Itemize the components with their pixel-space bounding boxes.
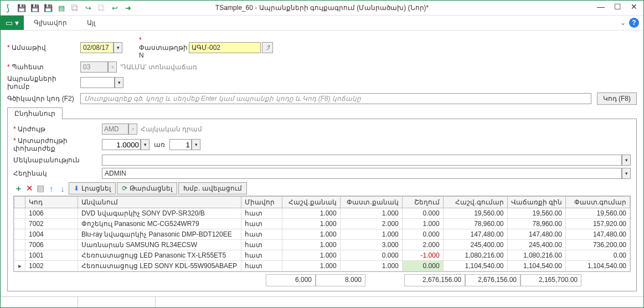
save-new-icon[interactable]: 💾 [42,2,55,14]
author-field[interactable]: ADMIN [102,168,622,179]
col-fact-qty[interactable]: Փաստ.քանակ [340,197,402,208]
currency-dropdown-button: ▾ [128,124,137,135]
store-desc: 'ԴԱԼՄԱ' տոնավաճառ [120,63,197,71]
table-row[interactable]: 1006 DVD նվագարկիչ SONY DVP-SR320/B հատ … [14,208,630,219]
col-name[interactable]: Անվանում [78,197,241,208]
menu-file-icon[interactable]: ▭ ▾ [1,16,24,30]
refresh-label: Թարմացնել [130,184,172,192]
col-unit[interactable]: Միավոր [241,197,282,208]
rate-dropdown-button[interactable]: ▾ [141,139,150,150]
import-icon[interactable]: ↩ [108,2,121,14]
total-acct-qty: 6.000 [266,274,316,286]
tab-general-label: Ընդհանուր [14,110,55,117]
menu-main[interactable]: Գլխավոր [24,16,77,30]
col-price[interactable]: Վաճառքի գին [507,197,565,208]
col-fact-sum[interactable]: Փաստ.գումար [565,197,630,208]
total-acct-sum: 2,676,156.00 [404,274,465,286]
barcode-label: Գծիկավոր կոդ (F2) [7,95,80,102]
store-label: Պահեստ [7,63,80,71]
table-row[interactable]: 7002 Փոշեկուլ Panasonic MC-CG524WR79 հատ… [14,219,630,229]
date-field[interactable]: 02/08/17 [80,42,114,53]
table-row[interactable]: 7006 Սառնարան SAMSUNG RL34ECSW հատ 1.000… [14,240,630,250]
comment-field[interactable] [102,155,622,166]
move-down-icon[interactable]: ↓ [58,183,68,193]
close-button[interactable]: ✕ [626,1,642,13]
currency-label: Արժույթ [13,125,102,133]
fill-button[interactable]: ⬇ Լրացնել [69,182,116,194]
table-row[interactable]: 1001 Հեռուստացույց LED Panasonic TX-LR55… [14,250,630,261]
tab-general[interactable]: Ընդհանուր [7,107,63,119]
move-up-icon[interactable]: ↑ [47,183,56,193]
store-field: 03 [80,61,108,73]
refresh-button[interactable]: ⟳ Թարմացնել [117,182,177,194]
grid-totals: 6.000 8.000 2,676,156.00 2,676,156.00 2,… [13,274,631,286]
comment-label: Մեկնաբանություն [13,156,102,164]
col-acct-sum[interactable]: Հաշվ.գումար [443,197,507,208]
group-label: Ապրանքների խումբ [7,75,80,90]
kod-button-label: Կոդ (F8) [603,95,631,102]
maximize-button[interactable]: ☐ [609,1,626,13]
minimize-button[interactable]: — [593,1,609,13]
grid[interactable]: Կոդ Անվանում Միավոր Հաշվ.քանակ Փաստ.քանա… [13,196,631,272]
export-icon[interactable]: ↪ [81,2,95,14]
menu-bar: ▭ ▾ Գլխավոր Այլ ⌄ ? [1,15,643,30]
currency-value: AMD [104,125,119,133]
rate-label: Արտարժույթի փոխարժեք [13,137,102,152]
total-fact-qty: 8.000 [316,274,365,286]
grid-header-row: Կոդ Անվանում Միավոր Հաշվ.քանակ Փաստ.քանա… [14,197,630,208]
store-dropdown-button: ▾ [108,61,117,73]
refresh-icon: ⟳ [122,184,127,192]
grid-toolbar: ＋ ✕ ▤ ↑ ↓ ⬇ Լրացնել ⟳ Թարմացնել Խմբ. ավե… [13,182,631,194]
recalc-label: Խմբ. ավելացում [183,184,242,192]
copy-icon[interactable]: ⿻ [68,2,81,14]
date-dropdown-button[interactable]: ▾ [114,42,122,53]
table-row[interactable]: 1004 Blu-ray նվագարկիչ Panasonic DMP-BDT… [14,229,630,240]
doc-icon[interactable]: ▤ [55,2,68,14]
col-code[interactable]: Կոդ [25,197,78,208]
app-logo-icon: ⟆ [1,1,15,15]
col-acct-qty[interactable]: Հաշվ.քանակ [282,197,340,208]
statusbar-cell-1 [1,297,78,307]
fill-label: Լրացնել [81,184,111,192]
tabs: Ընդհանուր [7,107,637,119]
barcode-placeholder: Մուտքագրեք գծ. կոդը և սեղմեք Enter կամ ա… [84,95,361,102]
author-dropdown-button[interactable]: ▾ [622,168,631,179]
app-window: ⟆ 💾 💾 💾 ▤ ⿻ ↪ ⿻ ↩ ➜ TSample_60 - Ապրանքն… [0,0,644,308]
author-label: Հեղինակ [13,170,102,177]
rate-field[interactable] [102,139,141,150]
paste-icon[interactable]: ⿻ [95,2,108,14]
currency-field: AMD [102,124,128,135]
recalc-button[interactable]: Խմբ. ավելացում [178,182,247,194]
table-row[interactable]: ▸ 1002 Հեռուստացույց LED SONY KDL-55W905… [14,261,630,271]
delete-row-icon[interactable]: ✕ [24,183,34,193]
barcode-input[interactable]: Մուտքագրեք գծ. կոդը և սեղմեք Enter կամ ա… [80,93,591,104]
total-fact-sum: 2,165,700.00 [521,274,581,286]
docn-lookup-button[interactable]: ℐ [262,42,273,53]
docn-field[interactable]: ԱԳՄ-002 [189,42,261,53]
title-bar: ⟆ 💾 💾 💾 ▤ ⿻ ↪ ⿻ ↩ ➜ TSample_60 - Ապրանքն… [1,1,643,15]
total-price: 2,676,156.00 [465,274,521,286]
rate-to-field[interactable] [169,139,192,150]
group-field[interactable] [80,77,115,88]
col-diff[interactable]: Շեղում [402,197,443,208]
edit-row-icon[interactable]: ▤ [35,183,45,193]
menu-other[interactable]: Այլ [77,16,105,30]
chevron-down-icon[interactable]: ⌄ [620,19,626,27]
save-close-icon[interactable]: 💾 [28,2,42,14]
docn-label: Փաստաթղթի N [139,36,189,59]
group-dropdown-button[interactable]: ▾ [115,77,123,88]
store-value: 03 [83,63,90,71]
kod-button[interactable]: Կոդ (F8) [597,93,637,105]
send-icon[interactable]: ➜ [121,2,135,14]
docn-value: ԱԳՄ-002 [192,44,220,52]
statusbar-cell-2 [78,297,156,307]
form-area: Ամսաթիվ 02/08/17 ▾ Փաստաթղթի N ԱԳՄ-002 ℐ… [1,30,643,294]
comment-dropdown-button[interactable]: ▾ [622,155,631,166]
date-value: 02/08/17 [83,44,109,52]
save-icon[interactable]: 💾 [15,2,28,14]
currency-desc: Հայկական դրամ [141,125,202,133]
general-panel: Արժույթ AMD ▾ Հայկական դրամ Արտարժույթի … [7,119,637,291]
help-icon[interactable]: ? [629,18,639,28]
rate-to-dropdown-button[interactable]: ▾ [192,139,200,150]
add-row-icon[interactable]: ＋ [13,183,23,193]
